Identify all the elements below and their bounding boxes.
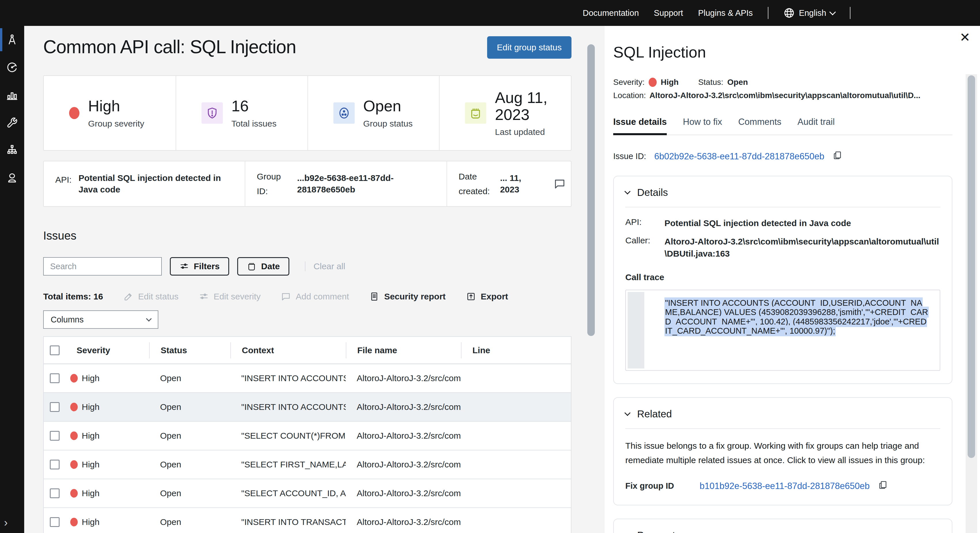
row-checkbox[interactable] [50, 373, 60, 383]
date-created-label: Date created: [459, 169, 493, 198]
bar-chart-icon [6, 89, 18, 101]
group-severity-label: Group severity [88, 119, 144, 128]
api-label: API: [55, 172, 72, 187]
sidebar-item-account[interactable] [0, 164, 24, 192]
last-updated-value: Aug 11, 2023 [495, 89, 567, 124]
filters-button[interactable]: Filters [170, 257, 229, 276]
severity-dot-icon [649, 78, 657, 87]
copy-icon[interactable] [832, 150, 843, 162]
total-issues-value: 16 [231, 97, 277, 114]
group-comment-button[interactable] [548, 161, 571, 206]
severity-label: Severity: [613, 78, 644, 87]
topbar-link-support[interactable]: Support [654, 8, 683, 18]
column-header-severity[interactable]: Severity [66, 342, 149, 359]
issue-title: SQL Injection [613, 43, 952, 61]
table-row[interactable]: High Open "SELECT FIRST_NAME,LAST_ Altor… [44, 451, 571, 479]
left-sidebar: › [0, 26, 24, 533]
group-status-value: Open [363, 97, 413, 114]
row-checkbox[interactable] [50, 489, 60, 498]
panel-scrollbar-thumb[interactable] [967, 75, 975, 458]
sidebar-item-tools[interactable] [0, 109, 24, 136]
main-content: Common API call: SQL Injection Edit grou… [24, 26, 605, 533]
call-trace-code-block[interactable]: "INSERT INTO ACCOUNTS (ACCOUNT_ID,USERID… [625, 290, 940, 371]
table-row[interactable]: High Open "INSERT INTO TRANSACTION Altor… [44, 508, 571, 533]
sidebar-item-reports[interactable] [0, 81, 24, 109]
comment-bubble-icon [281, 291, 291, 302]
collapse-chevron-icon[interactable] [624, 531, 630, 533]
report-document-icon [369, 291, 379, 302]
detail-caller-label: Caller: [625, 236, 657, 260]
comment-bubble-icon [553, 178, 566, 190]
severity-dot-icon [70, 460, 78, 469]
tab-audit-trail[interactable]: Audit trail [797, 117, 835, 135]
column-header-status[interactable]: Status [149, 342, 230, 359]
export-icon [466, 291, 476, 302]
row-checkbox[interactable] [50, 402, 60, 412]
column-header-context[interactable]: Context [230, 342, 346, 359]
close-icon[interactable]: ✕ [959, 31, 970, 44]
severity-sliders-icon [199, 291, 209, 302]
column-header-line[interactable]: Line [461, 342, 571, 359]
severity-dot-icon [70, 489, 78, 498]
edit-group-status-button[interactable]: Edit group status [487, 36, 571, 59]
tab-comments[interactable]: Comments [738, 117, 781, 135]
date-created-cell: Date created: ... 11, 2023 [447, 161, 548, 206]
main-scrollbar-thumb[interactable] [587, 44, 595, 336]
edit-severity-button[interactable]: Edit severity [199, 291, 261, 302]
group-id-value: ...b92e-5638-ee11-87dd-281878e650eb [297, 172, 435, 195]
date-filter-button[interactable]: Date [237, 257, 290, 276]
group-id-label: Group ID: [257, 169, 290, 198]
add-comment-button[interactable]: Add comment [281, 291, 349, 302]
sidebar-expand-chevron-icon[interactable]: › [4, 517, 8, 529]
security-report-button[interactable]: Security report [369, 291, 445, 302]
topbar-link-documentation[interactable]: Documentation [583, 8, 639, 18]
table-header-row: Severity Status Context File name Line [44, 337, 571, 364]
table-row[interactable]: High Open "SELECT COUNT(*)FROM PEO Altor… [44, 422, 571, 451]
collapse-chevron-icon[interactable] [624, 409, 630, 416]
calendar-icon [465, 102, 486, 124]
wrench-icon [6, 116, 18, 129]
sidebar-item-scans[interactable] [0, 26, 24, 54]
topbar-link-plugins-apis[interactable]: Plugins & APIs [698, 8, 753, 18]
panel-tabs: Issue details How to fix Comments Audit … [613, 117, 952, 135]
issue-id-link[interactable]: 6b02b92e-5638-ee11-87dd-281878e650eb [654, 151, 824, 162]
columns-dropdown-label: Columns [51, 315, 83, 324]
date-created-value: ... 11, 2023 [500, 172, 537, 195]
card-group-severity: High Group severity [44, 76, 176, 150]
clear-all-link[interactable]: Clear all [305, 262, 345, 271]
fix-group-id-link[interactable]: b101b92e-5638-ee11-87dd-281878e650eb [700, 481, 870, 491]
calendar-icon [247, 262, 256, 271]
language-label: English [799, 8, 826, 18]
select-all-checkbox[interactable] [50, 346, 60, 355]
filter-sliders-icon [179, 262, 189, 271]
language-selector[interactable]: English [783, 7, 835, 19]
row-checkbox[interactable] [50, 517, 60, 527]
table-row[interactable]: High Open "INSERT INTO ACCOUNTS (US Alto… [44, 364, 571, 393]
export-button[interactable]: Export [466, 291, 508, 302]
related-description: This issue belongs to a fix group. Worki… [625, 439, 940, 467]
code-gutter [628, 292, 644, 368]
edit-status-button[interactable]: Edit status [123, 291, 178, 302]
column-header-file-name[interactable]: File name [346, 342, 461, 359]
tab-issue-details[interactable]: Issue details [613, 117, 667, 135]
copy-icon[interactable] [878, 480, 888, 492]
row-checkbox[interactable] [50, 431, 60, 441]
columns-dropdown[interactable]: Columns [43, 310, 158, 329]
location-label: Location: [613, 91, 646, 100]
collapse-chevron-icon[interactable] [624, 188, 630, 194]
issues-table: Severity Status Context File name Line H… [43, 336, 571, 533]
table-row-selected[interactable]: High Open "INSERT INTO ACCOUNTS (AC Alto… [44, 393, 571, 422]
sidebar-item-dashboard[interactable] [0, 54, 24, 81]
tab-how-to-fix[interactable]: How to fix [683, 117, 722, 135]
parameters-section: Parameters API AltoroJ-AltoroJ-3.2\src\c… [613, 519, 952, 533]
details-section: Details API: Potential SQL injection det… [613, 176, 952, 384]
drafting-compass-icon [6, 33, 18, 46]
row-checkbox[interactable] [50, 460, 60, 470]
table-row[interactable]: High Open "SELECT ACCOUNT_ID, ACCO Altor… [44, 479, 571, 508]
status-label: Status: [698, 78, 723, 87]
search-input[interactable] [50, 262, 159, 271]
sidebar-item-organization[interactable] [0, 136, 24, 164]
chevron-down-icon [829, 9, 836, 16]
shield-warning-icon [202, 102, 223, 124]
api-summary-row: API: Potential SQL injection detected in… [43, 161, 571, 207]
